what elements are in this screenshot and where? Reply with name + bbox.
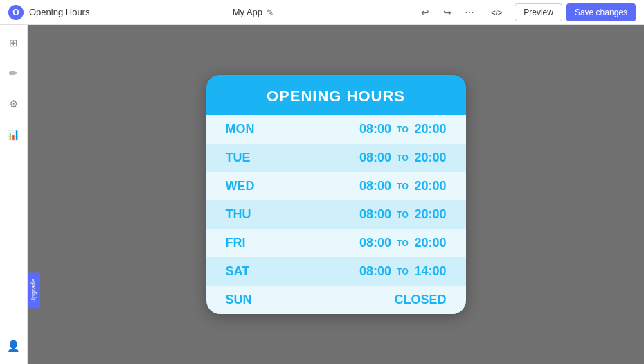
to-label: TO — [397, 125, 409, 135]
hours-row: FRI08:00TO20:00 — [206, 229, 466, 257]
day-label: SAT — [226, 264, 281, 279]
preview-button[interactable]: Preview — [515, 3, 562, 21]
canvas: Upgrade OPENING HOURS MON08:00TO20:00TUE… — [28, 25, 644, 364]
sidebar-icon-account[interactable]: 👤 — [4, 336, 24, 356]
sidebar-icon-analytics[interactable]: 📊 — [4, 125, 24, 144]
opening-hours-widget: OPENING HOURS MON08:00TO20:00TUE08:00TO2… — [206, 75, 466, 314]
close-time: 20:00 — [414, 207, 446, 222]
open-time: 08:00 — [359, 122, 391, 137]
upgrade-tab[interactable]: Upgrade — [28, 273, 40, 309]
open-time: 08:00 — [359, 236, 391, 250]
hours-row: WED08:00TO20:00 — [206, 172, 466, 200]
hours-content: 08:00TO20:00 — [281, 122, 447, 137]
hours-content: CLOSED — [281, 293, 447, 307]
code-button[interactable]: </> — [488, 3, 506, 21]
widget-title: OPENING HOURS — [220, 87, 452, 105]
hours-row: SAT08:00TO14:00 — [206, 257, 466, 286]
sidebar-icon-grid[interactable]: ⊞ — [4, 33, 24, 53]
save-button[interactable]: Save changes — [566, 3, 636, 21]
close-time: 14:00 — [414, 264, 446, 279]
to-label: TO — [397, 267, 409, 277]
open-time: 08:00 — [359, 179, 391, 193]
open-time: 08:00 — [359, 264, 391, 279]
close-time: 20:00 — [414, 150, 446, 165]
day-label: WED — [226, 179, 281, 193]
to-label: TO — [397, 210, 409, 220]
topbar-right: ↩ ↪ ⋯ </> Preview Save changes — [416, 3, 636, 21]
main-layout: ⊞ ✏ ⚙ 📊 👤 Upgrade OPENING HOURS MON08:00… — [0, 25, 644, 364]
topbar-left: O Opening Hours — [8, 5, 89, 20]
topbar-center: My App ✎ — [233, 7, 274, 17]
toolbar-divider2 — [510, 6, 510, 19]
redo-button[interactable]: ↪ — [438, 3, 456, 21]
hours-row: THU08:00TO20:00 — [206, 200, 466, 229]
page-title: Opening Hours — [29, 7, 89, 17]
to-label: TO — [397, 182, 409, 191]
open-time: 08:00 — [359, 150, 391, 165]
hours-content: 08:00TO20:00 — [281, 150, 447, 165]
widget-header: OPENING HOURS — [206, 75, 466, 115]
hours-content: 08:00TO14:00 — [281, 264, 447, 279]
sidebar-bottom: 👤 — [4, 336, 24, 356]
day-label: TUE — [226, 150, 281, 165]
more-button[interactable]: ⋯ — [460, 3, 478, 21]
hours-content: 08:00TO20:00 — [281, 236, 447, 250]
sidebar-icon-edit[interactable]: ✏ — [4, 64, 24, 83]
sidebar-icon-settings[interactable]: ⚙ — [4, 94, 24, 114]
hours-table: MON08:00TO20:00TUE08:00TO20:00WED08:00TO… — [206, 115, 466, 314]
close-time: 20:00 — [414, 122, 446, 137]
day-label: MON — [226, 122, 281, 137]
close-time: 20:00 — [414, 179, 446, 193]
close-time: 20:00 — [414, 236, 446, 250]
open-time: 08:00 — [359, 207, 391, 222]
to-label: TO — [397, 239, 409, 248]
day-label: THU — [226, 207, 281, 222]
to-label: TO — [397, 153, 409, 163]
app-name-label: My App — [233, 7, 262, 17]
hours-row: MON08:00TO20:00 — [206, 115, 466, 144]
hours-row: TUE08:00TO20:00 — [206, 144, 466, 172]
hours-row: SUNCLOSED — [206, 286, 466, 314]
closed-label: CLOSED — [394, 293, 446, 307]
app-icon: O — [8, 5, 24, 20]
edit-app-name-icon[interactable]: ✎ — [267, 8, 274, 17]
day-label: FRI — [226, 236, 281, 250]
hours-content: 08:00TO20:00 — [281, 207, 447, 222]
sidebar: ⊞ ✏ ⚙ 📊 👤 — [0, 25, 28, 364]
undo-button[interactable]: ↩ — [416, 3, 434, 21]
toolbar-divider — [483, 6, 483, 19]
hours-content: 08:00TO20:00 — [281, 179, 447, 193]
topbar: O Opening Hours My App ✎ ↩ ↪ ⋯ </> Previ… — [0, 0, 644, 25]
day-label: SUN — [226, 293, 281, 307]
